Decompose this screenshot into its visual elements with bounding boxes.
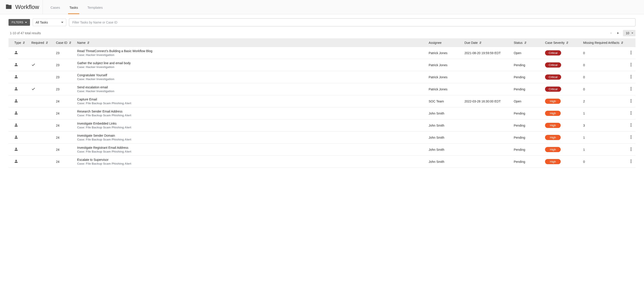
table-row[interactable]: 24Investigate Sender DomainCase: File Ba… [8, 132, 636, 144]
table-row[interactable]: 23Gather the subject line and email body… [8, 59, 636, 71]
case-name[interactable]: Case: Hacker Investigation [77, 65, 424, 69]
svg-point-18 [630, 123, 632, 124]
sort-icon [479, 41, 482, 44]
person-icon [14, 76, 18, 79]
due-date-cell [462, 107, 511, 119]
task-name[interactable]: Research Sender Email Address [77, 110, 424, 113]
row-menu-button[interactable] [626, 144, 636, 156]
task-name[interactable]: Read ThreatConnect's Building a Basic Wo… [77, 49, 424, 53]
case-name[interactable]: Case: File Backup Scam Phishing Alert [77, 126, 424, 129]
svg-point-1 [630, 52, 632, 53]
severity-badge: High [545, 159, 561, 164]
svg-point-10 [630, 88, 632, 89]
missing-cell: 0 [580, 59, 626, 71]
results-count: 1-10 of 47 total results [10, 31, 41, 35]
status-cell: Pending [511, 59, 542, 71]
row-menu-button[interactable] [626, 59, 636, 71]
col-header-missing[interactable]: Missing Required Artifacts [580, 39, 626, 47]
page-size-select[interactable]: 10 [623, 30, 636, 36]
task-name[interactable]: Congratulate Yourself [77, 73, 424, 77]
due-date-cell: 2021-08-20 19:59:59 EDT [462, 47, 511, 59]
sort-icon [524, 41, 527, 44]
page-title: Workflow [15, 3, 39, 10]
svg-point-22 [630, 137, 632, 138]
row-menu-button[interactable] [626, 107, 636, 119]
name-cell: Capture EmailCase: File Backup Scam Phis… [74, 95, 426, 107]
tabs: CasesTasksTemplates [49, 0, 104, 14]
col-header-status[interactable]: Status [511, 39, 542, 47]
col-header-type[interactable]: Type [8, 39, 29, 47]
missing-cell: 1 [580, 132, 626, 144]
case-id-cell: 24 [53, 119, 74, 132]
severity-badge: High [545, 147, 561, 152]
col-header-caseid[interactable]: Case ID [53, 39, 74, 47]
table-row[interactable]: 24Research Sender Email AddressCase: Fil… [8, 107, 636, 119]
case-name[interactable]: Case: File Backup Scam Phishing Alert [77, 162, 424, 165]
svg-point-28 [630, 161, 632, 162]
case-name[interactable]: Case: Hacker Investigation [77, 89, 424, 93]
tab-tasks[interactable]: Tasks [68, 3, 79, 14]
col-header-name[interactable]: Name [74, 39, 426, 47]
case-id-cell: 23 [53, 83, 74, 95]
svg-point-5 [630, 65, 632, 66]
table-row[interactable]: 24Escalate to SupervisorCase: File Backu… [8, 156, 636, 168]
severity-badge: High [545, 135, 561, 140]
col-header-severity[interactable]: Case Severity [542, 39, 580, 47]
filters-button[interactable]: FILTERS [8, 19, 30, 26]
case-name[interactable]: Case: File Backup Scam Phishing Alert [77, 102, 424, 105]
tab-cases[interactable]: Cases [49, 3, 61, 14]
tab-templates[interactable]: Templates [86, 3, 104, 14]
case-id-cell: 23 [53, 59, 74, 71]
table-row[interactable]: 24Investigate Embedded LinksCase: File B… [8, 119, 636, 132]
missing-cell: 1 [580, 144, 626, 156]
case-name[interactable]: Case: Hacker Investigation [77, 53, 424, 57]
case-name[interactable]: Case: File Backup Scam Phishing Alert [77, 138, 424, 141]
name-cell: Escalate to SupervisorCase: File Backup … [74, 156, 426, 168]
status-cell: Open [511, 47, 542, 59]
missing-cell: 0 [580, 83, 626, 95]
svg-point-6 [630, 75, 632, 76]
search-input[interactable] [69, 18, 636, 26]
row-menu-button[interactable] [626, 132, 636, 144]
task-name[interactable]: Investigate Registrant Email Address [77, 146, 424, 149]
svg-point-14 [630, 102, 632, 103]
case-name[interactable]: Case: File Backup Scam Phishing Alert [77, 114, 424, 117]
row-menu-button[interactable] [626, 47, 636, 59]
svg-point-16 [630, 112, 632, 113]
task-name[interactable]: Gather the subject line and email body [77, 61, 424, 65]
table-row[interactable]: 23Send escalation emailCase: Hacker Inve… [8, 83, 636, 95]
task-name[interactable]: Investigate Embedded Links [77, 122, 424, 125]
page-header: Workflow CasesTasksTemplates [0, 0, 644, 14]
case-name[interactable]: Case: Hacker Investigation [77, 77, 424, 81]
task-name[interactable]: Escalate to Supervisor [77, 158, 424, 162]
col-header-due[interactable]: Due Date [462, 39, 511, 47]
svg-point-2 [630, 53, 632, 54]
row-menu-button[interactable] [626, 156, 636, 168]
row-menu-button[interactable] [626, 119, 636, 132]
svg-point-24 [630, 147, 632, 148]
severity-badge: Critical [545, 62, 561, 67]
col-header-required[interactable]: Required [29, 39, 53, 47]
case-name[interactable]: Case: File Backup Scam Phishing Alert [77, 150, 424, 153]
chevron-down-icon [25, 22, 27, 23]
next-page-button[interactable] [616, 31, 620, 35]
case-id-cell: 24 [53, 144, 74, 156]
assignee-cell: John Smith [426, 132, 462, 144]
severity-badge: High [545, 99, 561, 104]
row-menu-button[interactable] [626, 95, 636, 107]
row-menu-button[interactable] [626, 71, 636, 83]
due-date-cell [462, 71, 511, 83]
table-row[interactable]: 24Investigate Registrant Email AddressCa… [8, 144, 636, 156]
toolbar: FILTERS All Tasks [0, 14, 644, 26]
svg-point-4 [630, 64, 632, 65]
assignee-cell: John Smith [426, 144, 462, 156]
row-menu-button[interactable] [626, 83, 636, 95]
table-row[interactable]: 23Congratulate YourselfCase: Hacker Inve… [8, 71, 636, 83]
prev-page-button[interactable] [608, 31, 613, 35]
task-name[interactable]: Send escalation email [77, 85, 424, 89]
task-name[interactable]: Capture Email [77, 97, 424, 101]
scope-select[interactable]: All Tasks [33, 18, 66, 26]
table-row[interactable]: 23Read ThreatConnect's Building a Basic … [8, 47, 636, 59]
task-name[interactable]: Investigate Sender Domain [77, 134, 424, 137]
table-row[interactable]: 24Capture EmailCase: File Backup Scam Ph… [8, 95, 636, 107]
